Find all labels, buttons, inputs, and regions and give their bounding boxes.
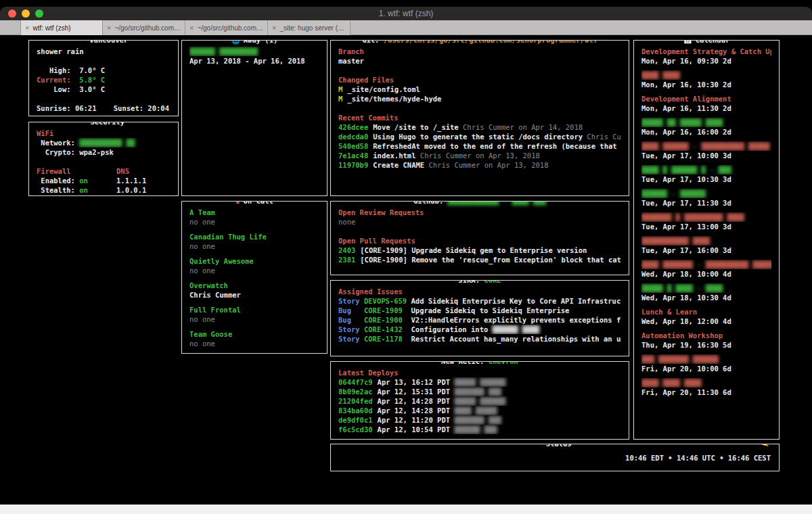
issue-summary-redacted: ██████ ████ (493, 325, 540, 333)
issue-key: DEVOPS-659 (364, 297, 411, 305)
weather-high-value: 7.0° C (79, 66, 105, 74)
firewall-header: Firewall (37, 167, 71, 175)
weather-high-label: High: (37, 66, 79, 74)
tab-close-icon[interactable]: × (107, 24, 111, 32)
changed-file-row: M_site/config.toml (338, 85, 621, 94)
oncall-team: Team Goose no one (189, 329, 319, 348)
tab-go-src-2[interactable]: × ~/go/src/github.com/senor... (185, 20, 268, 35)
event-title: Development Alignment (641, 95, 731, 103)
event-date: Fri, Apr 20, 10:00 6d (641, 365, 731, 373)
commit-hash: 426dcee (338, 123, 368, 131)
event-title-redacted: ████ ███████ - ██████████ █████ █ (641, 260, 771, 268)
event-title-redacted: █████ ██ █████ ████ (641, 118, 723, 126)
close-window-button[interactable] (8, 9, 16, 18)
event-date: Wed, Apr 18, 12:00 4d (641, 317, 731, 325)
calendar-icon: 📅 (683, 40, 692, 44)
weather-current-value: 5.8° C (79, 76, 105, 84)
github-repo-redacted: ████████████ - ████ ███ (448, 201, 546, 205)
jira-issue-row: Bug CORE-1909 Upgrade Sidekiq to Sidekiq… (338, 306, 621, 315)
away-panel: 🌐Away (1) ██████ █████████ Apr 13, 2018 … (181, 40, 328, 196)
wifi-header: WiFi (37, 129, 53, 137)
deploy-author-redacted: █████ ██████ (454, 378, 505, 386)
deploy-date: Apr 12, 15:31 PDT (378, 388, 455, 396)
team-person: no one (189, 242, 215, 250)
issue-summary: Upgrade Sidekiq to Sidekiq Enterprise (411, 306, 569, 314)
calendar-entry: ████ ███████ - ██████████ █████ █ Wed, A… (641, 260, 771, 279)
commit-row: 540ed58RefreshedAt moved to the end of t… (338, 141, 621, 151)
oncall-team: Canadian Thug Life no one (189, 232, 319, 251)
weather-low-value: 3.0° C (79, 85, 105, 93)
firewall-enabled-value: on (79, 177, 88, 185)
commit-row: 11970b9Create CNAME Chris Cummer on Apr … (338, 160, 621, 170)
team-person: no one (189, 218, 215, 226)
tab-close-icon[interactable]: × (272, 24, 276, 32)
hand-gesture-icon: 🤙 (758, 444, 772, 447)
event-title-redacted: █████ █ ████ - ████ (641, 284, 723, 292)
calendar-entry: Lunch & Learn Wed, Apr 18, 12:00 4d (641, 307, 771, 326)
deploy-author-redacted: ██████ ███ (454, 425, 497, 434)
minimize-window-button[interactable] (22, 9, 30, 18)
commit-message: Create CNAME (373, 161, 428, 169)
team-person: no one (189, 340, 215, 348)
weather-low-label: Low: (37, 85, 79, 93)
jira-issue-row: Story DEVOPS-659 Add Sidekiq Enterprise … (338, 296, 621, 306)
event-title-redacted: ███████ █ █████████ ████ (641, 213, 744, 221)
weather-current-label: Current: (37, 76, 79, 84)
tab-close-icon[interactable]: × (189, 24, 194, 32)
tab-go-src-1[interactable]: × ~/go/src/github.com/senor... (103, 20, 185, 35)
commit-message: Using Hugo to generate the static /docs … (373, 133, 587, 141)
calendar-entry: ████ ██████ - ██████████ █████ █ Tue, Ap… (641, 141, 771, 160)
file-path: _site/themes/hyde-hyde (347, 95, 441, 103)
event-date: Tue, Apr 17, 16:00 3d (641, 246, 731, 254)
zoom-window-button[interactable] (35, 9, 43, 18)
globe-icon: 🌐 (231, 40, 240, 44)
team-person: Chris Cummer (189, 291, 241, 299)
crypto-value: wpa2-psk (79, 148, 114, 156)
event-date: Thu, Apr 19, 16:30 5d (641, 341, 731, 349)
event-title-redacted: ████ ████ ████ (641, 379, 702, 387)
jira-issue-row: Story CORE-1432 Configuration into █████… (338, 325, 621, 334)
issue-key: CORE-1432 (364, 325, 411, 333)
deploy-hash: 21204fed (338, 397, 373, 405)
commit-row: dedcda0Using Hugo to generate the static… (338, 132, 621, 141)
deploy-hash: 0644f7c9 (338, 378, 373, 386)
calendar-entry: ███████ █ █████████ ████ Tue, Apr 17, 13… (641, 212, 771, 231)
event-title: Lunch & Learn (641, 308, 697, 316)
pr-title: [CORE-1909] Upgrade Sidekiq gem to Enter… (360, 246, 587, 254)
calendar-entry: Automation Workshop Thu, Apr 19, 16:30 5… (641, 331, 771, 350)
tab-close-icon[interactable]: × (25, 24, 29, 32)
event-date: Tue, Apr 17, 10:30 3d (641, 175, 731, 183)
commit-hash: 7e1ac48 (338, 151, 368, 160)
away-panel-title: 🌐Away (1) (227, 40, 282, 45)
commit-meta: Chris Cummer on Apr 13, 2018 (420, 151, 540, 160)
event-title-redacted: ████ ██████ - ██████████ █████ █ (641, 142, 771, 150)
commit-row: 7e1ac48index.html Chris Cummer on Apr 13… (338, 151, 621, 160)
tab-hugo-server[interactable]: × _site: hugo server (zsh) (268, 20, 351, 35)
pull-requests-header: Open Pull Requests (338, 237, 415, 245)
dns-secondary: 1.0.0.1 (116, 185, 146, 195)
pull-request-row: 2381[CORE-1900] Remove the 'rescue_from … (338, 255, 621, 264)
network-value-redacted: ██████████ ██ (79, 139, 135, 147)
newrelic-panel: New Relic: Chevron Latest Deploys 0644f7… (330, 361, 629, 440)
review-requests-header: Open Review Requests (338, 208, 424, 216)
traffic-lights (8, 9, 43, 18)
weather-icon: 🌦 (79, 40, 87, 44)
team-name: Canadian Thug Life (189, 233, 267, 241)
world-clocks: 10:46 EDT • 14:46 UTC • 16:46 CEST (625, 454, 771, 462)
window-titlebar[interactable]: 1. wtf: wtf (zsh) (0, 7, 812, 20)
weather-panel: 🌦Vancouver shower rain High: 7.0° C Curr… (28, 40, 179, 116)
deploy-date: Apr 13, 16:12 PDT (378, 378, 455, 386)
issue-key: CORE-1900 (364, 316, 411, 324)
tab-bar: × wtf: wtf (zsh) × ~/go/src/github.com/s… (0, 20, 812, 35)
team-person: no one (189, 266, 215, 275)
tab-wtf[interactable]: × wtf: wtf (zsh) (20, 20, 103, 35)
phone-icon: ☎ (235, 201, 240, 205)
deploy-row: 21204fedApr 12, 14:28 PDT █████ ██████ (338, 396, 621, 406)
calendar-entry: Development Strategy & Catch Up Mon, Apr… (641, 47, 771, 66)
status-panel-title: ⚡Status (534, 444, 575, 449)
deploy-hash: de9df0c1 (338, 416, 373, 424)
branch-header: Branch (338, 47, 364, 55)
jira-issue-row: Bug CORE-1900 V2::HandleErrors explicitl… (338, 315, 621, 325)
calendar-entry: ███████████ ████ Tue, Apr 17, 16:00 3d (641, 236, 771, 255)
deploy-hash: 834ba60d (338, 406, 373, 415)
